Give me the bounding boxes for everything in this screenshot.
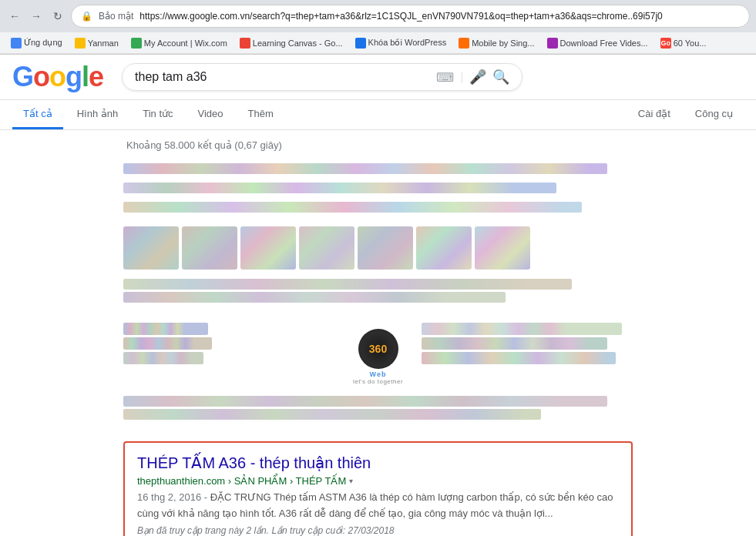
url-display: https://www.google.com.vn/search?q=thep+… xyxy=(139,11,740,22)
result-1-snippet: 16 thg 2, 2016 - ĐẶC TRƯNG Thép tấm ASTM… xyxy=(137,490,619,522)
security-label: Bảo mật xyxy=(99,11,133,22)
image-thumb-1[interactable] xyxy=(123,226,179,270)
bookmark-khoa[interactable]: Khóa bồi WordPress xyxy=(351,36,452,50)
search-input[interactable] xyxy=(135,70,430,84)
microphone-icon[interactable]: 🎤 xyxy=(469,69,486,85)
blurred-section-2: 360 Web let's do together xyxy=(123,313,633,429)
bookmark-myaccount[interactable]: My Account | Wix.com xyxy=(126,36,232,50)
results-stats: Khoảng 58.000 kết quả (0,67 giây) xyxy=(123,139,633,151)
back-button[interactable]: ← xyxy=(6,8,23,25)
security-icon: 🔒 xyxy=(81,11,92,22)
image-thumb-2[interactable] xyxy=(182,226,237,270)
bookmark-download[interactable]: Download Free Vides... xyxy=(543,36,653,50)
tab-images[interactable]: Hình ảnh xyxy=(66,100,129,129)
result-1-dropdown[interactable]: ▾ xyxy=(349,477,353,485)
image-thumb-3[interactable] xyxy=(240,226,296,270)
search-bar-area: ⌨ | 🎤 🔍 xyxy=(122,63,744,97)
result-1-visited: Bạn đã truy cập trang này 2 lần. Lần tru… xyxy=(137,525,619,536)
forward-button[interactable]: → xyxy=(28,8,45,25)
google-header: Google ⌨ | 🎤 🔍 xyxy=(0,55,756,100)
result-1-title[interactable]: THÉP TẤM A36 - thép thuận thiên xyxy=(137,454,619,472)
image-thumb-6[interactable] xyxy=(416,226,472,270)
bookmark-apps[interactable]: Ứng dụng xyxy=(6,36,67,50)
tab-all[interactable]: Tất cả xyxy=(12,100,63,129)
divider: | xyxy=(460,71,463,83)
google-logo: Google xyxy=(12,61,103,99)
search-input-box[interactable]: ⌨ | 🎤 🔍 xyxy=(122,63,522,91)
bookmark-mobile[interactable]: Mobile by Sing... xyxy=(454,36,539,50)
results-area: Khoảng 58.000 kết quả (0,67 giây) xyxy=(0,130,756,536)
blurred-section-1 xyxy=(123,160,633,216)
bookmark-learning[interactable]: Learning Canvas - Go... xyxy=(235,36,348,50)
result-card-1: THÉP TẤM A36 - thép thuận thiên thepthua… xyxy=(123,441,633,536)
browser-chrome: ← → ↻ 🔒 Bảo mật https://www.google.com.v… xyxy=(0,0,756,55)
bookmark-yanman[interactable]: Yanman xyxy=(70,36,123,50)
image-strip-section xyxy=(123,226,633,303)
keyboard-icon[interactable]: ⌨ xyxy=(436,70,454,85)
result-1-url: thepthuanthien.com › SẢN PHẨM › THÉP TẤM… xyxy=(137,475,619,487)
tab-tools[interactable]: Công cụ xyxy=(684,100,744,129)
browser-nav-bar: ← → ↻ 🔒 Bảo mật https://www.google.com.v… xyxy=(0,0,756,32)
tab-video[interactable]: Video xyxy=(187,100,234,129)
search-submit-icon[interactable]: 🔍 xyxy=(492,69,509,85)
tab-news[interactable]: Tin tức xyxy=(132,100,183,129)
image-thumb-5[interactable] xyxy=(358,226,413,270)
tab-settings[interactable]: Cài đặt xyxy=(627,100,681,129)
tab-more[interactable]: Thêm xyxy=(237,100,284,129)
search-tabs: Tất cả Hình ảnh Tin tức Video Thêm Cài đ… xyxy=(0,100,756,130)
bookmarks-bar: Ứng dụng Yanman My Account | Wix.com Lea… xyxy=(0,32,756,54)
bookmark-go[interactable]: Go 60 You... xyxy=(656,36,711,50)
address-bar[interactable]: 🔒 Bảo mật https://www.google.com.vn/sear… xyxy=(71,5,750,28)
image-thumb-7[interactable] xyxy=(475,226,530,270)
refresh-button[interactable]: ↻ xyxy=(49,8,66,25)
image-thumb-4[interactable] xyxy=(299,226,354,270)
